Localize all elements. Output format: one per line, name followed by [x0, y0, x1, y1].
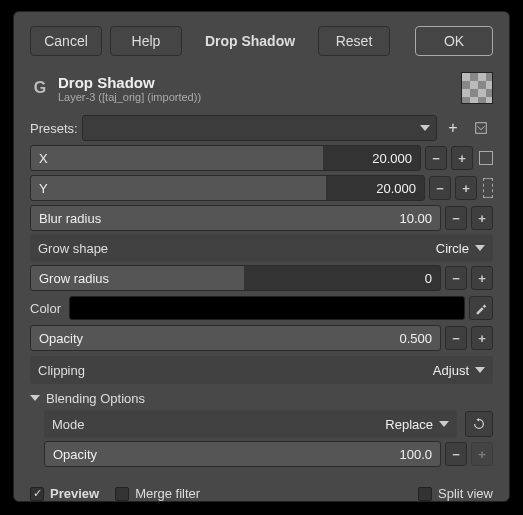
plus-icon: +: [478, 447, 486, 462]
y-input[interactable]: Y 20.000: [30, 175, 425, 201]
svg-rect-0: [476, 123, 487, 134]
minus-icon: −: [432, 151, 440, 166]
checkbox-icon: ✓: [30, 487, 44, 501]
grow-radius-input[interactable]: Grow radius 0: [30, 265, 441, 291]
y-decrement-button[interactable]: −: [429, 176, 451, 200]
presets-label: Presets:: [30, 121, 78, 136]
minus-icon: −: [436, 181, 444, 196]
top-button-bar: Cancel Help Drop Shadow Reset OK: [14, 12, 509, 66]
opacity-decrement-button[interactable]: −: [445, 326, 467, 350]
blend-opacity-decrement-button[interactable]: −: [445, 442, 467, 466]
grow-radius-label: Grow radius: [39, 271, 109, 286]
chevron-down-icon: [439, 421, 449, 427]
blend-mode-select[interactable]: Mode Replace: [44, 410, 457, 438]
xy-chain-icon[interactable]: [483, 178, 493, 198]
blur-decrement-button[interactable]: −: [445, 206, 467, 230]
grow-radius-value: 0: [425, 271, 432, 286]
x-decrement-button[interactable]: −: [425, 146, 447, 170]
blending-options-label: Blending Options: [46, 391, 145, 406]
opacity-increment-button[interactable]: +: [471, 326, 493, 350]
blur-radius-input[interactable]: Blur radius 10.00: [30, 205, 441, 231]
layer-subtitle: Layer-3 ([taj_orig] (imported)): [58, 91, 201, 103]
clipping-select[interactable]: Clipping Adjust: [30, 356, 493, 384]
dialog-window: Cancel Help Drop Shadow Reset OK G Drop …: [13, 11, 510, 502]
reset-icon: [472, 417, 486, 431]
x-input[interactable]: X 20.000: [30, 145, 421, 171]
layer-preview-swatch: [461, 72, 493, 104]
split-label: Split view: [438, 486, 493, 501]
reset-button[interactable]: Reset: [318, 26, 390, 56]
grow-shape-select[interactable]: Grow shape Circle: [30, 234, 493, 262]
preview-label: Preview: [50, 486, 99, 501]
page-title: Drop Shadow: [58, 74, 201, 91]
clipping-label: Clipping: [38, 363, 85, 378]
y-label: Y: [39, 181, 48, 196]
merge-filter-checkbox[interactable]: Merge filter: [115, 486, 200, 501]
checkbox-icon: [115, 487, 129, 501]
split-view-checkbox[interactable]: Split view: [418, 486, 493, 501]
plus-icon: +: [458, 151, 466, 166]
color-label: Color: [30, 301, 61, 316]
preview-checkbox[interactable]: ✓ Preview: [30, 486, 99, 501]
blend-opacity-value: 100.0: [399, 447, 432, 462]
chevron-down-icon: [475, 245, 485, 251]
blend-mode-reset-button[interactable]: [465, 411, 493, 437]
x-fill: [31, 146, 323, 170]
plus-icon: +: [478, 271, 486, 286]
x-aux-icon[interactable]: [479, 151, 493, 165]
preset-menu-icon: [474, 121, 488, 135]
blend-opacity-label: Opacity: [53, 447, 97, 462]
footer: ✓ Preview Merge filter Split view: [14, 478, 509, 513]
blend-opacity-fill: [45, 442, 440, 466]
caret-down-icon: [30, 395, 40, 401]
y-fill: [31, 176, 326, 200]
opacity-label: Opacity: [39, 331, 83, 346]
preset-menu-button[interactable]: [469, 116, 493, 140]
plus-icon: +: [478, 211, 486, 226]
presets-combo[interactable]: [82, 115, 437, 141]
opacity-input[interactable]: Opacity 0.500: [30, 325, 441, 351]
blend-mode-label: Mode: [52, 417, 85, 432]
eyedropper-icon: [474, 301, 488, 315]
help-button[interactable]: Help: [110, 26, 182, 56]
content-area: Presets: + X 20.000 − +: [14, 110, 509, 478]
preset-add-button[interactable]: +: [441, 116, 465, 140]
opacity-value: 0.500: [399, 331, 432, 346]
x-label: X: [39, 151, 48, 166]
blur-label: Blur radius: [39, 211, 101, 226]
merge-label: Merge filter: [135, 486, 200, 501]
grow-shape-label: Grow shape: [38, 241, 108, 256]
minus-icon: −: [452, 271, 460, 286]
clipping-value: Adjust: [433, 363, 469, 378]
grow-radius-increment-button[interactable]: +: [471, 266, 493, 290]
x-increment-button[interactable]: +: [451, 146, 473, 170]
color-field[interactable]: [69, 296, 465, 320]
eyedropper-button[interactable]: [469, 296, 493, 320]
blend-opacity-increment-button: +: [471, 442, 493, 466]
blend-opacity-input[interactable]: Opacity 100.0: [44, 441, 441, 467]
blur-increment-button[interactable]: +: [471, 206, 493, 230]
gimp-logo-icon: G: [30, 78, 50, 98]
plus-icon: +: [448, 119, 457, 137]
filter-name-label: Drop Shadow: [190, 26, 310, 56]
blending-options-header[interactable]: Blending Options: [30, 386, 493, 410]
chevron-down-icon: [420, 125, 430, 131]
cancel-button[interactable]: Cancel: [30, 26, 102, 56]
plus-icon: +: [478, 331, 486, 346]
checkbox-icon: [418, 487, 432, 501]
y-increment-button[interactable]: +: [455, 176, 477, 200]
plus-icon: +: [462, 181, 470, 196]
chevron-down-icon: [475, 367, 485, 373]
blur-value: 10.00: [399, 211, 432, 226]
grow-shape-value: Circle: [436, 241, 469, 256]
minus-icon: −: [452, 211, 460, 226]
opacity-fill: [31, 326, 440, 350]
y-value: 20.000: [376, 181, 416, 196]
x-value: 20.000: [372, 151, 412, 166]
ok-button[interactable]: OK: [415, 26, 493, 56]
blend-mode-value: Replace: [385, 417, 433, 432]
minus-icon: −: [452, 331, 460, 346]
title-block: Drop Shadow Layer-3 ([taj_orig] (importe…: [58, 74, 201, 103]
grow-radius-decrement-button[interactable]: −: [445, 266, 467, 290]
minus-icon: −: [452, 447, 460, 462]
